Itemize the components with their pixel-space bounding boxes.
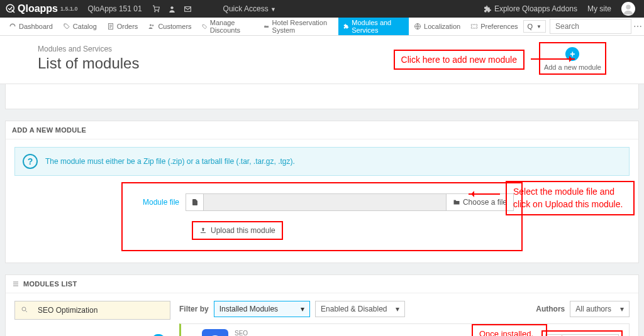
configure-button-wrap: Configure ▼ [541,330,623,336]
mail-icon[interactable] [184,5,192,13]
modules-list-heading: MODULES LIST [6,275,638,293]
svg-point-8 [265,25,266,26]
upload-icon [199,227,207,234]
upload-module-button-wrap: Upload this module [192,221,283,240]
global-search-input[interactable] [550,19,631,34]
annotation-configure: Once installed, click on Configure [472,324,547,336]
add-module-heading: ADD A NEW MODULE [6,121,638,139]
add-new-module-label: Add a new module [544,63,601,71]
tab-hotel[interactable]: Hotel Reservation System [258,18,338,35]
avatar[interactable] [621,2,635,16]
help-icon: ? [23,154,38,169]
search-scope-button[interactable]: Q▼ [523,20,546,33]
modules-list-panel: MODULES LIST Favorites 0 All 96 [5,274,639,336]
arrow-icon [531,58,575,60]
tab-modules[interactable]: Modules and Services [338,18,409,35]
module-file-label: Module file [135,198,179,207]
authors-label: Authors [536,305,565,313]
folder-icon [453,198,460,206]
arrow-icon [469,193,500,195]
annotation-add-module: Click here to add new module [394,50,525,70]
category-favorites[interactable]: Favorites 0 [14,328,170,336]
puzzle-icon [484,5,492,13]
content-strip [5,84,639,109]
svg-point-6 [152,24,154,26]
list-icon [12,280,19,288]
tab-catalog[interactable]: Catalog [58,18,102,35]
tab-preferences[interactable]: Preferences [465,18,523,35]
upload-module-button[interactable]: Upload this module [199,226,275,235]
svg-point-10 [22,307,26,311]
svg-point-5 [150,24,152,26]
file-input[interactable]: Choose a file [186,193,514,211]
annotation-upload: Select the module file and click on Uplo… [506,181,635,215]
choose-file-button[interactable]: Choose a file [446,194,513,210]
menu-more-icon[interactable]: ⋯ [631,21,644,31]
file-icon [186,194,204,210]
module-search[interactable] [14,301,170,320]
quick-access[interactable]: Quick Access ▼ [223,4,276,13]
breadcrumb: Modules and Services [38,45,139,53]
module-icon [202,329,228,336]
tab-customers[interactable]: Customers [143,18,196,35]
tab-dashboard[interactable]: Dashboard [4,18,58,35]
tab-discounts[interactable]: Manage Discounts [197,18,259,35]
search-icon [15,306,34,315]
info-text: The module must either be a Zip file (.z… [45,157,295,166]
filter-enabled-select[interactable]: Enabled & Disabled▾ [315,301,405,317]
cart-icon[interactable] [152,5,160,13]
brand-logo[interactable]: Qloapps 1.5.1.0 [5,3,78,14]
upload-area: Module file Choose a file Upload this mo… [121,182,523,251]
info-box: ? The module must either be a Zip file (… [14,147,630,176]
my-site-link[interactable]: My site [587,4,611,13]
topbar: Qloapps 1.5.1.0 QloApps 151 01 Quick Acc… [0,0,644,18]
filter-installed-select[interactable]: Installed Modules▾ [214,301,310,317]
page-header: Modules and Services List of modules Cli… [0,36,644,84]
modules-main: Filter by Installed Modules▾ Enabled & D… [179,301,630,336]
explore-addons[interactable]: Explore Qloapps Addons [484,4,577,13]
brand-name: Qloapps [18,3,58,14]
tab-localization[interactable]: Localization [409,18,465,35]
brand-version: 1.5.1.0 [60,6,78,12]
tab-orders[interactable]: Orders [102,18,143,35]
filter-label: Filter by [179,305,209,313]
svg-point-1 [170,6,173,9]
modules-sidebar: Favorites 0 All 96 [14,301,170,336]
page-title: List of modules [38,55,139,72]
user-icon[interactable] [168,5,176,13]
site-name[interactable]: QloApps 151 01 [88,4,142,13]
authors-select[interactable]: All authors▾ [570,301,630,317]
menubar: Dashboard Catalog Orders Customers Manag… [0,18,644,36]
module-row: SEO QloApps SEO Optimization v1.0.0 - by… [179,323,630,336]
add-module-panel: ADD A NEW MODULE ? The module must eithe… [5,121,639,263]
svg-point-3 [626,5,630,9]
module-search-input[interactable] [34,306,170,315]
